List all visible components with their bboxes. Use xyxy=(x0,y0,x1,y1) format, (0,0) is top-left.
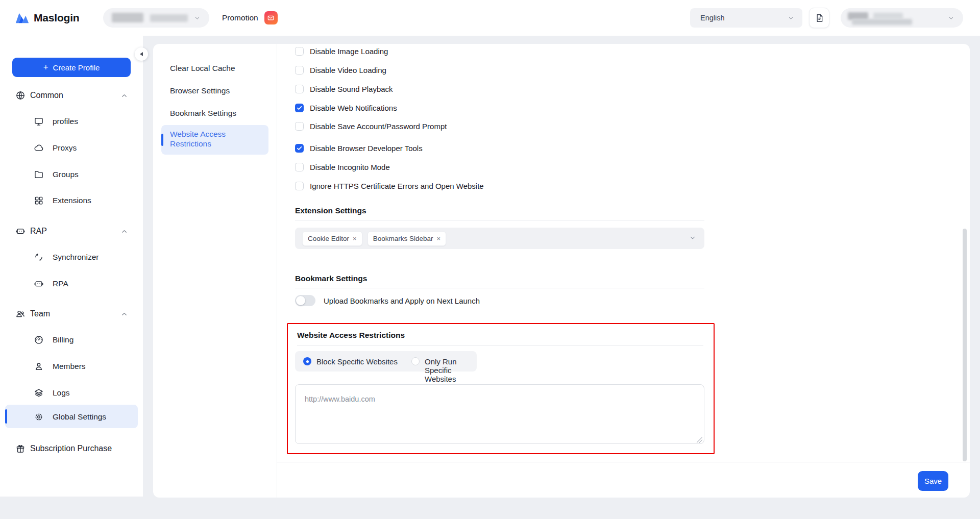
section-label: Common xyxy=(30,91,63,100)
app-window: Maslogin Promotion English xyxy=(0,0,980,519)
document-icon xyxy=(815,13,824,23)
redacted-text xyxy=(873,13,903,19)
checkbox[interactable] xyxy=(295,66,304,75)
chevron-left-icon xyxy=(140,52,143,56)
chevron-down-icon xyxy=(194,15,201,21)
footer-divider xyxy=(277,462,970,462)
gift-icon xyxy=(15,443,26,454)
create-profile-label: Create Profile xyxy=(53,63,100,72)
sidebar-item-members[interactable]: Members xyxy=(0,358,143,375)
folder-icon xyxy=(34,169,44,180)
checkbox[interactable] xyxy=(295,122,304,131)
sidebar-item-logs[interactable]: Logs xyxy=(0,385,143,401)
sidebar-item-extensions[interactable]: Extensions xyxy=(0,192,143,209)
plus-icon: + xyxy=(43,62,48,72)
active-tab-indicator xyxy=(161,134,163,146)
tab-bookmark-settings[interactable]: Bookmark Settings xyxy=(170,106,267,121)
team-icon xyxy=(15,309,26,319)
language-selector[interactable]: English xyxy=(690,8,802,28)
option-row: Disable Save Account/Password Prompt xyxy=(295,120,447,132)
checkbox[interactable] xyxy=(295,163,304,171)
promotion-link[interactable]: Promotion xyxy=(222,0,278,36)
section-label: Team xyxy=(30,309,50,318)
sidebar-item-rpa[interactable]: RPA xyxy=(0,276,143,292)
gear-icon xyxy=(34,412,44,422)
tab-clear-local-cache[interactable]: Clear Local Cache xyxy=(170,61,267,76)
divider xyxy=(295,136,704,136)
scrollbar-thumb[interactable] xyxy=(963,229,967,461)
sidebar-item-subscription-purchase[interactable]: Subscription Purchase xyxy=(0,440,143,457)
top-header: Maslogin Promotion English xyxy=(0,0,980,36)
blocked-websites-textarea[interactable]: http://www.baidu.com xyxy=(295,384,704,444)
chevron-up-icon[interactable] xyxy=(120,228,128,235)
sync-icon xyxy=(34,252,44,262)
save-button[interactable]: Save xyxy=(918,471,948,491)
checkbox[interactable] xyxy=(295,85,304,93)
user-account-selector[interactable] xyxy=(841,8,963,28)
divider xyxy=(295,220,704,220)
document-button[interactable] xyxy=(809,8,829,28)
checkbox[interactable] xyxy=(295,104,304,112)
active-tab-label: Website Access Restrictions xyxy=(170,129,262,149)
extension-tag: Bookmarks Sidebar × xyxy=(368,231,446,246)
radio-only-run-specific[interactable] xyxy=(411,357,420,365)
promotion-label: Promotion xyxy=(222,13,258,22)
maslogin-logo-icon xyxy=(15,12,29,24)
tab-browser-settings[interactable]: Browser Settings xyxy=(170,83,267,98)
workspace-selector[interactable] xyxy=(103,8,209,28)
option-row: Disable Video Loading xyxy=(295,64,386,76)
cloud-icon xyxy=(34,143,44,153)
upload-bookmarks-toggle[interactable] xyxy=(295,295,315,306)
remove-tag-icon[interactable]: × xyxy=(436,235,440,242)
redacted-text xyxy=(852,19,912,25)
sidebar-section-rap[interactable]: RAP xyxy=(0,223,143,239)
main-sidebar: + Create Profile Common profiles Prox xyxy=(0,36,143,497)
checkbox[interactable] xyxy=(295,47,304,56)
extension-multiselect[interactable]: Cookie Editor × Bookmarks Sidebar × xyxy=(295,228,704,249)
sidebar-item-profiles[interactable]: profiles xyxy=(0,113,143,130)
checkbox[interactable] xyxy=(295,144,304,153)
person-icon xyxy=(34,361,44,372)
divider xyxy=(297,345,703,346)
app-title: Maslogin xyxy=(34,12,79,24)
remove-tag-icon[interactable]: × xyxy=(353,235,357,242)
sidebar-item-global-settings[interactable]: Global Settings xyxy=(0,409,143,425)
mail-icon xyxy=(264,11,278,24)
panel-divider xyxy=(277,44,277,498)
layers-icon xyxy=(34,388,44,398)
app-logo: Maslogin xyxy=(15,0,79,36)
toggle-label: Upload Bookmarks and Apply on Next Launc… xyxy=(324,296,480,305)
sidebar-item-proxys[interactable]: Proxys xyxy=(0,140,143,156)
option-row: Ignore HTTPS Certificate Errors and Open… xyxy=(295,180,484,191)
sidebar-section-team[interactable]: Team xyxy=(0,306,143,322)
toggle-knob xyxy=(296,296,305,305)
redacted-text xyxy=(150,14,188,22)
sidebar-item-groups[interactable]: Groups xyxy=(0,166,143,183)
option-row: Disable Web Notifications xyxy=(295,102,397,113)
gauge-icon xyxy=(34,335,44,345)
radio-block-specific[interactable] xyxy=(303,357,311,365)
chevron-up-icon[interactable] xyxy=(120,310,128,318)
chevron-down-icon xyxy=(788,15,794,21)
chevron-down-icon xyxy=(948,15,954,21)
collapse-sidebar-button[interactable] xyxy=(135,47,148,61)
option-row: Disable Incognito Mode xyxy=(295,161,390,172)
bookmark-settings-title: Bookmark Settings xyxy=(295,274,367,283)
website-access-title: Website Access Restrictions xyxy=(297,331,405,340)
section-label: RAP xyxy=(30,227,47,236)
create-profile-button[interactable]: + Create Profile xyxy=(12,58,131,77)
sidebar-item-billing[interactable]: Billing xyxy=(0,332,143,348)
language-value: English xyxy=(700,14,725,22)
website-access-mode-group: Block Specific Websites Only Run Specifi… xyxy=(295,351,477,372)
sidebar-item-synchronizer[interactable]: Synchronizer xyxy=(0,249,143,265)
robot-icon xyxy=(15,226,26,236)
globe-icon xyxy=(15,90,26,101)
checkbox[interactable] xyxy=(295,182,304,190)
extension-tag: Cookie Editor × xyxy=(302,231,362,246)
resize-grip-icon[interactable] xyxy=(697,437,702,443)
sidebar-section-common[interactable]: Common xyxy=(0,87,143,104)
option-row: Disable Browser Developer Tools xyxy=(295,142,423,154)
chevron-up-icon[interactable] xyxy=(120,92,128,100)
option-row: Disable Image Loading xyxy=(295,45,388,57)
monitor-icon xyxy=(34,116,44,127)
